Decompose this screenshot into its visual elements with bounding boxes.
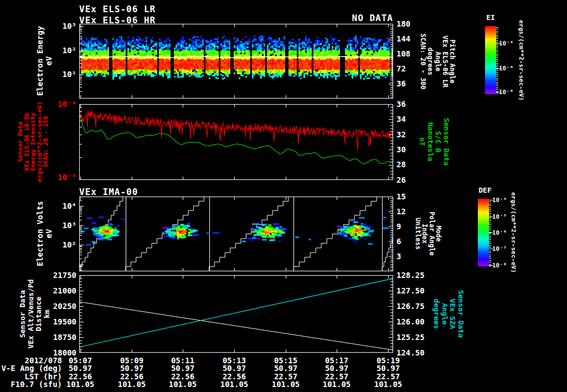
left-axis-tick-label: 10² [63, 240, 76, 249]
left-axis-tick-label: 18750 [53, 333, 76, 342]
intensity-bfield-canvas [79, 104, 393, 180]
right-axis-tick-label: 12 [396, 207, 406, 216]
colorbar-title: DEF [478, 186, 491, 194]
no-data-label: NO DATA [352, 13, 393, 23]
colorbar-tick-label: 10⁻⁴ [499, 39, 514, 47]
right-axis-tick-label: 28 [396, 160, 406, 169]
left-axis-tick-label: 10⁻⁵ [58, 173, 76, 182]
right-axis-tick-label: 32 [396, 130, 406, 139]
colorbar-tick-label: 10⁻⁸ [492, 261, 507, 269]
spacecraft-data-plot: VEx ELS-06 LR VEx ELS-06 HR NO DATA VEx … [0, 0, 567, 392]
bottom-row-value: 101.05 [66, 380, 95, 389]
bottom-row-value: 101.05 [374, 380, 403, 389]
left-axis-tick-label: 21000 [53, 286, 76, 295]
bottom-row-value: 101.05 [323, 380, 351, 389]
colorbar-ei [485, 26, 496, 94]
right-axis-label-block: Mode Polar Angle Index Unitless [414, 212, 442, 255]
altitude-sza-canvas [79, 275, 393, 353]
colorbar-unit-label: ergs/(cm**2-sr-sec-eV) [510, 192, 517, 273]
right-axis-tick-label: 180 [396, 19, 410, 28]
left-axis-tick-label: 10² [63, 46, 76, 55]
right-axis-tick-label: 36 [396, 79, 406, 88]
left-axis-tick-label: 10⁴ [63, 202, 76, 210]
bottom-row-value: 50.97 [274, 364, 297, 373]
right-axis-tick-label: 126.75 [396, 302, 425, 311]
right-axis-tick-label: 127.50 [396, 286, 425, 295]
bottom-row-value: 50.97 [69, 364, 92, 373]
bottom-row-value: 50.97 [171, 364, 194, 373]
bottom-row-value: 101.05 [118, 380, 146, 389]
bottom-row-value: 101.05 [272, 380, 300, 389]
left-axis-tick-label: 10⁻⁴ [58, 100, 76, 109]
bottom-row-value: 101.05 [220, 380, 249, 389]
right-axis-tick-label: 15 [396, 192, 406, 201]
right-axis-label-block: Sensor Data S/C B Nanotesla nT [418, 118, 450, 166]
right-axis-tick-label: 108 [396, 49, 410, 58]
bottom-row-label: V-E Ang (deg) [1, 364, 62, 373]
panel3-title: VEx IMA-00 [79, 187, 138, 197]
left-axis-tick-label: 21750 [53, 271, 76, 280]
colorbar-tick-label: 10⁻⁶ [499, 64, 514, 71]
colorbar-tick-label: 10⁻⁶ [492, 229, 507, 236]
bottom-row-value: 50.97 [120, 364, 143, 373]
colorbar-title: EI [486, 13, 495, 22]
bottom-row-label: F10.7 (sfu) [11, 380, 62, 389]
bottom-row-value: 50.97 [377, 364, 400, 373]
colorbar-tick-label: 10⁻⁷ [492, 245, 507, 252]
bottom-row-value: 50.97 [223, 364, 246, 373]
right-axis-tick-label: 26 [396, 176, 406, 184]
left-axis-label-block: Sensor Data VEx ELS-06 LR-Bk Energy Inte… [17, 101, 49, 182]
left-axis-tick-label: 10³ [63, 221, 76, 230]
colorbar-ticks-ei [496, 26, 502, 94]
colorbar-tick-label: 10⁻⁴ [492, 197, 507, 204]
right-axis-tick-label: 3 [396, 252, 401, 261]
bottom-row-value: 101.05 [169, 380, 197, 389]
right-axis-tick-label: 144 [396, 34, 410, 43]
colorbar-def [478, 199, 489, 266]
bottom-row-value: 50.97 [325, 364, 348, 373]
plot-title-line-1: VEx ELS-06 LR [79, 4, 156, 14]
colorbar-unit-label: ergs/(cm**2-sr-sec-eV) [518, 20, 524, 101]
right-axis-tick-label: 128.25 [396, 271, 425, 280]
ima-spectrogram-canvas [79, 197, 393, 271]
right-axis-tick-label: 126.00 [396, 317, 425, 326]
colorbar-tick-label: 10⁻⁵ [492, 213, 507, 220]
right-axis-tick-label: 125.25 [396, 333, 425, 342]
right-axis-tick-label: 36 [396, 100, 406, 109]
left-axis-tick-label: 10¹ [63, 70, 76, 79]
right-axis-tick-label: 30 [396, 145, 406, 154]
left-axis-tick-label: 20250 [53, 302, 76, 311]
left-axis-tick-label: 10³ [63, 22, 76, 30]
right-axis-tick-label: 34 [396, 115, 406, 123]
right-axis-tick-label: 6 [396, 237, 401, 246]
right-axis-label-block: Pitch Angle VEx ELS-06 LR Angle degrees … [419, 33, 456, 89]
colorbar-tick-label: 10⁻⁸ [499, 89, 514, 96]
left-axis-label-block: Sensor Data VEx Alt/Venus/Pd Distance km [19, 279, 51, 348]
left-axis-label-block: Electron Energy eV [35, 26, 53, 96]
left-axis-tick-label: 19500 [53, 317, 76, 326]
els-spectrogram-canvas [79, 24, 393, 99]
right-axis-tick-label: 9 [396, 222, 401, 231]
right-axis-label-block: Sensor Data VEx SZA Angle degrees [432, 290, 465, 338]
right-axis-tick-label: 72 [396, 64, 406, 73]
right-axis-tick-label: 124.50 [396, 348, 425, 357]
left-axis-label-block: Electron Volts eV [35, 201, 53, 266]
